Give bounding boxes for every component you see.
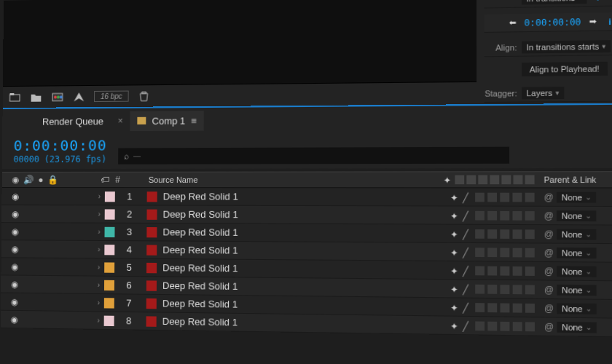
switch-icons[interactable]: ✦ — [443, 175, 539, 185]
layer-name[interactable]: Deep Red Solid 1 — [162, 262, 450, 276]
visibility-toggle[interactable]: ◉ — [11, 279, 18, 289]
label-color[interactable] — [105, 191, 115, 202]
stagger-label: Stagger: — [484, 88, 517, 98]
parent-dropdown[interactable]: None — [557, 284, 597, 295]
pickwhip-icon[interactable]: @ — [544, 229, 554, 240]
visibility-toggle[interactable]: ◉ — [12, 209, 19, 219]
transitions-dropdown[interactable]: In transitions — [522, 0, 587, 4]
panel-menu-icon[interactable]: ≡ — [191, 115, 197, 126]
layer-name[interactable]: Deep Red Solid 1 — [162, 245, 450, 258]
label-icon[interactable]: 🏷 — [101, 175, 109, 185]
expand-chevron-icon[interactable]: › — [97, 316, 99, 324]
layer-switches[interactable]: ✦╱ — [450, 266, 539, 276]
layer-name[interactable]: Deep Red Solid 1 — [162, 226, 450, 239]
parent-dropdown[interactable]: None — [557, 266, 597, 277]
info-icon[interactable]: i — [608, 17, 611, 26]
solo-icon[interactable]: ● — [38, 175, 43, 185]
label-color[interactable] — [105, 226, 115, 237]
visibility-toggle[interactable]: ◉ — [11, 314, 18, 324]
layer-index: 5 — [122, 262, 136, 273]
pickwhip-icon[interactable]: @ — [544, 321, 554, 332]
label-color[interactable] — [104, 315, 114, 325]
layer-index: 3 — [122, 226, 136, 237]
layer-switches[interactable]: ✦╱ — [450, 320, 539, 331]
layer-index: 4 — [122, 244, 136, 255]
layer-switches[interactable]: ✦╱ — [450, 192, 539, 202]
layer-switches[interactable]: ✦╱ — [450, 302, 539, 312]
timeline-panel: Render Queue × Comp 1 ≡ 0:00:00:00 00000… — [2, 103, 612, 169]
visibility-toggle[interactable]: ◉ — [11, 261, 18, 272]
close-icon[interactable]: × — [118, 116, 123, 126]
layer-row[interactable]: ◉›1Deep Red Solid 1✦╱@None — [1, 188, 612, 207]
index-header: # — [115, 175, 120, 185]
parent-link-header[interactable]: Parent & Link — [539, 175, 612, 184]
send-icon[interactable] — [72, 91, 85, 103]
expand-chevron-icon[interactable]: › — [98, 298, 100, 306]
layer-name[interactable]: Deep Red Solid 1 — [163, 209, 451, 221]
svg-rect-0 — [9, 94, 20, 100]
stagger-dropdown[interactable]: Layers — [522, 87, 564, 99]
layer-name[interactable]: Deep Red Solid 1 — [163, 191, 450, 202]
expand-chevron-icon[interactable]: › — [98, 245, 100, 253]
layer-name[interactable]: Deep Red Solid 1 — [162, 280, 450, 295]
visibility-toggle[interactable]: ◉ — [11, 244, 18, 254]
next-arrow-icon[interactable]: ➡ — [586, 17, 600, 27]
info-icon[interactable]: i — [597, 0, 599, 1]
parent-dropdown[interactable]: None — [557, 210, 597, 221]
visibility-toggle[interactable]: ◉ — [12, 226, 19, 237]
visibility-toggle[interactable]: ◉ — [11, 296, 18, 306]
pickwhip-icon[interactable]: @ — [544, 247, 554, 258]
comp-icon[interactable] — [51, 91, 64, 103]
pickwhip-icon[interactable]: @ — [544, 210, 554, 221]
current-timecode[interactable]: 0:00:00:00 — [14, 136, 107, 154]
parent-dropdown[interactable]: None — [557, 303, 597, 314]
expand-chevron-icon[interactable]: › — [98, 281, 100, 289]
expand-chevron-icon[interactable]: › — [98, 263, 100, 271]
tab-render-queue[interactable]: Render Queue — [35, 111, 111, 131]
label-color[interactable] — [104, 280, 114, 290]
source-name-header[interactable]: Source Name — [144, 175, 444, 185]
visibility-toggle[interactable]: ◉ — [12, 191, 19, 202]
audio-icon[interactable]: 🔊 — [23, 175, 34, 185]
pickwhip-icon[interactable]: @ — [544, 266, 554, 277]
label-color[interactable] — [104, 298, 114, 308]
solid-swatch — [146, 298, 157, 308]
layer-name[interactable]: Deep Red Solid 1 — [162, 298, 450, 312]
color-depth-button[interactable]: 16 bpc — [94, 91, 129, 103]
label-color[interactable] — [105, 209, 115, 219]
layer-columns-header: ◉ 🔊 ● 🔒 🏷 # Source Name ✦ Parent & Link — [2, 171, 612, 188]
layer-switches[interactable]: ✦╱ — [450, 248, 539, 257]
align-dropdown[interactable]: In transitions starts — [522, 40, 611, 53]
pickwhip-icon[interactable]: @ — [544, 303, 554, 314]
solid-swatch — [146, 245, 157, 255]
project-icon[interactable] — [8, 91, 21, 103]
layer-switches[interactable]: ✦╱ — [450, 284, 539, 294]
layer-switches[interactable]: ✦╱ — [450, 210, 539, 220]
trash-icon[interactable] — [138, 90, 151, 102]
align-playhead-button[interactable]: Align to Playhead! — [522, 62, 608, 76]
search-input[interactable]: ⌕ — [119, 147, 510, 165]
solid-swatch — [146, 316, 157, 327]
parent-dropdown[interactable]: None — [557, 247, 597, 258]
layer-name[interactable]: Deep Red Solid 1 — [162, 316, 450, 331]
layer-index: 2 — [122, 208, 137, 219]
layer-switches[interactable]: ✦╱ — [450, 229, 539, 238]
tab-comp[interactable]: Comp 1 ≡ — [130, 111, 205, 131]
parent-dropdown[interactable]: None — [557, 321, 597, 333]
expand-chevron-icon[interactable]: › — [98, 210, 100, 218]
folder-icon[interactable] — [30, 91, 43, 103]
eye-icon[interactable]: ◉ — [12, 175, 19, 185]
solid-swatch — [146, 227, 157, 237]
layer-row[interactable]: ◉›2Deep Red Solid 1✦╱@None — [1, 205, 612, 226]
parent-dropdown[interactable]: None — [557, 229, 597, 240]
label-color[interactable] — [104, 245, 114, 255]
prev-arrow-icon[interactable]: ⬅ — [506, 17, 519, 28]
lock-icon[interactable]: 🔒 — [47, 175, 58, 185]
expand-chevron-icon[interactable]: › — [98, 192, 101, 200]
pickwhip-icon[interactable]: @ — [544, 191, 554, 202]
pickwhip-icon[interactable]: @ — [544, 284, 554, 295]
label-color[interactable] — [104, 262, 114, 272]
parent-dropdown[interactable]: None — [557, 191, 597, 202]
panel-timecode[interactable]: 0:00:00:00 — [525, 17, 581, 28]
expand-chevron-icon[interactable]: › — [98, 228, 100, 236]
